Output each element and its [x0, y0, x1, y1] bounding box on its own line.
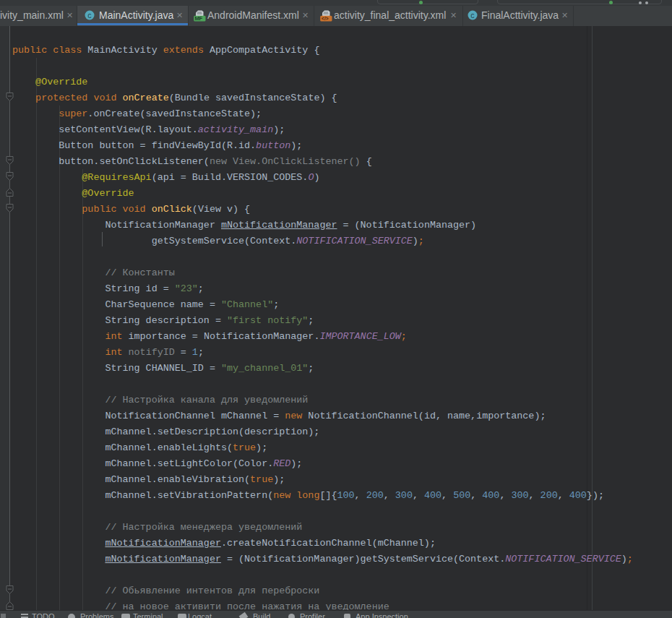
svg-text:</>: </>	[322, 16, 329, 21]
svg-text:C: C	[470, 13, 475, 20]
svg-text:C: C	[87, 13, 92, 20]
svg-text:MF: MF	[194, 15, 202, 22]
